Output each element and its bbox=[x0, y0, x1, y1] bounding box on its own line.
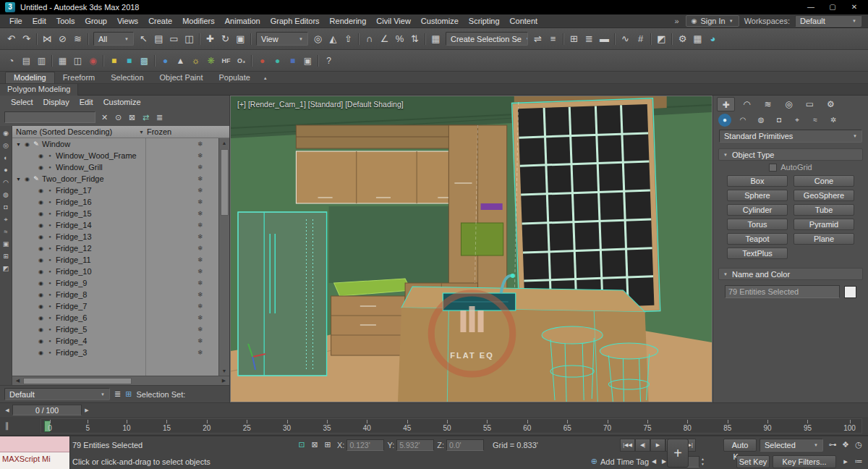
object-name-field[interactable]: 79 Entities Selected bbox=[725, 285, 840, 298]
help-icon[interactable]: ? bbox=[321, 53, 336, 69]
horizontal-scrollbar[interactable]: ◀ ▶ bbox=[12, 376, 229, 385]
helpers-category-icon[interactable]: ⌖ bbox=[791, 114, 804, 127]
redo-icon[interactable]: ↷ bbox=[19, 31, 34, 47]
snaps-toggle-icon[interactable]: ∩ bbox=[362, 31, 377, 47]
scroll-left-icon[interactable]: ◀ bbox=[14, 378, 22, 384]
show-geometry-icon[interactable]: ● bbox=[4, 164, 7, 177]
tree-row[interactable]: ◉ ● Fridge_8 ❄ bbox=[12, 289, 218, 300]
primitive-button[interactable]: GeoSphere bbox=[793, 190, 854, 201]
frozen-snowflake-icon[interactable]: ❄ bbox=[197, 279, 203, 287]
frozen-snowflake-icon[interactable]: ❄ bbox=[197, 245, 203, 252]
select-and-link-icon[interactable]: ⋈ bbox=[40, 31, 55, 47]
tree-row[interactable]: ◉ ● Fridge_11 ❄ bbox=[12, 254, 218, 266]
viewport-label[interactable]: [+] [Render_Cam_1] [Standard] [Default S… bbox=[237, 100, 404, 109]
foliage-icon[interactable]: ❋ bbox=[203, 53, 218, 69]
show-materials-icon[interactable]: ◩ bbox=[3, 263, 9, 275]
tree-row[interactable]: ◉ ● Fridge_7 ❄ bbox=[12, 300, 218, 312]
explorer-menu-item[interactable]: Customize bbox=[98, 98, 146, 106]
frozen-snowflake-icon[interactable]: ❄ bbox=[197, 140, 203, 148]
water-drop-icon[interactable]: ● bbox=[158, 53, 173, 69]
show-spacewarps-icon[interactable]: ≈ bbox=[4, 226, 8, 238]
toggle-layer-explorer-icon[interactable]: ≣ bbox=[582, 31, 597, 47]
frozen-snowflake-icon[interactable]: ❄ bbox=[197, 198, 203, 206]
primitive-button[interactable]: Plane bbox=[793, 233, 854, 245]
scroll-right-icon[interactable]: ▶ bbox=[220, 378, 228, 384]
menu-item[interactable]: Create bbox=[143, 14, 177, 28]
menu-item[interactable]: Tools bbox=[51, 14, 80, 28]
frozen-snowflake-icon[interactable]: ❄ bbox=[197, 164, 203, 171]
window-crossing-toggle-icon[interactable]: ◫ bbox=[182, 31, 197, 47]
object-name[interactable]: Fridge_11 bbox=[54, 255, 91, 264]
frozen-snowflake-icon[interactable]: ❄ bbox=[197, 349, 203, 356]
reference-coordinate-dropdown[interactable]: View ▼ bbox=[256, 32, 308, 46]
scroll-up-icon[interactable]: ▲ bbox=[222, 138, 227, 148]
absolute-offset-toggle-icon[interactable]: ⊞ bbox=[321, 440, 334, 449]
teal-sphere-icon[interactable]: ● bbox=[270, 53, 285, 69]
show-cameras-icon[interactable]: ◘ bbox=[4, 201, 7, 214]
mirror-icon[interactable]: ⇌ bbox=[530, 31, 545, 47]
show-none-icon[interactable]: ◎ bbox=[3, 140, 9, 152]
key-filters-button[interactable]: Key Filters... bbox=[773, 455, 836, 468]
minimize-icon[interactable]: — bbox=[800, 0, 822, 14]
primitive-button[interactable]: Box bbox=[727, 175, 788, 187]
primitive-button[interactable]: Teapot bbox=[727, 233, 788, 245]
tree-row[interactable]: ◉ ● Fridge_5 ❄ bbox=[12, 324, 218, 335]
render-setup-icon[interactable]: ⚙ bbox=[675, 31, 690, 47]
filter-icon[interactable]: ▼ bbox=[139, 130, 144, 135]
object-name[interactable]: Fridge_5 bbox=[54, 325, 87, 334]
schematic-view-icon[interactable]: # bbox=[633, 31, 648, 47]
tree-row[interactable]: ◉ ● Fridge_3 ❄ bbox=[12, 347, 218, 358]
visibility-eye-icon[interactable]: ◉ bbox=[36, 222, 46, 229]
visibility-eye-icon[interactable]: ◉ bbox=[36, 338, 46, 345]
spinner-snap-icon[interactable]: ⇅ bbox=[407, 31, 422, 47]
primitive-button[interactable]: Sphere bbox=[727, 190, 788, 201]
frozen-snowflake-icon[interactable]: ❄ bbox=[197, 337, 203, 345]
lights-category-icon[interactable]: ◍ bbox=[754, 114, 767, 127]
object-name[interactable]: Fridge_14 bbox=[54, 221, 92, 229]
clear-search-icon[interactable]: ✕ bbox=[99, 113, 110, 122]
vertical-scrollbar[interactable]: ▲ ▼ bbox=[218, 138, 229, 376]
selection-filter-dropdown[interactable]: All ▼ bbox=[93, 32, 134, 46]
frozen-snowflake-icon[interactable]: ❄ bbox=[197, 291, 203, 298]
explorer-menu-item[interactable]: Edit bbox=[75, 98, 98, 106]
scene-explorer-icon[interactable]: ▤ bbox=[19, 53, 34, 69]
material-editor-icon[interactable]: ◩ bbox=[654, 31, 669, 47]
ribbon-tab[interactable]: Modeling bbox=[5, 72, 55, 83]
sign-in-button[interactable]: ◉ Sign In ▼ bbox=[686, 15, 739, 27]
ribbon-tab[interactable]: Populate bbox=[210, 72, 258, 83]
tree-row[interactable]: ◉ ● Fridge_6 ❄ bbox=[12, 312, 218, 324]
tree-row[interactable]: ◉ ● Fridge_14 ❄ bbox=[12, 219, 218, 231]
set-keys-button[interactable]: + bbox=[667, 439, 689, 468]
layer-explorer-icon[interactable]: ▥ bbox=[34, 53, 49, 69]
close-icon[interactable]: ✕ bbox=[843, 0, 865, 14]
object-type-rollout-header[interactable]: ▼ Object Type bbox=[718, 148, 863, 161]
viewport-3d-scene[interactable]: FLAT EQ bbox=[231, 96, 712, 402]
visibility-eye-icon[interactable]: ◉ bbox=[36, 234, 46, 240]
tree-row[interactable]: ◉ ● Window_Grill ❄ bbox=[12, 161, 218, 173]
spinner-up-icon[interactable]: ▲ bbox=[701, 457, 705, 462]
ribbon-subtab-polygon-modeling[interactable]: Polygon Modeling bbox=[0, 84, 78, 96]
add-time-tag[interactable]: ⊕ Add Time Tag bbox=[591, 457, 649, 466]
visibility-eye-icon[interactable]: ◉ bbox=[36, 315, 46, 321]
selection-set-dropdown[interactable]: Default ▼ bbox=[4, 388, 110, 400]
use-pivot-point-icon[interactable]: ◎ bbox=[310, 31, 326, 47]
scrollbar-thumb[interactable] bbox=[221, 149, 229, 216]
visibility-eye-icon[interactable]: ◉ bbox=[36, 199, 46, 206]
select-object-icon[interactable]: ↖ bbox=[136, 31, 151, 47]
name-column-header[interactable]: Name (Sorted Descending) bbox=[16, 127, 137, 136]
menu-item[interactable]: Animation bbox=[220, 14, 265, 28]
object-name[interactable]: Fridge_16 bbox=[54, 198, 92, 206]
menu-item[interactable]: Content bbox=[505, 14, 543, 28]
object-name[interactable]: Fridge_12 bbox=[54, 244, 92, 253]
frozen-snowflake-icon[interactable]: ❄ bbox=[197, 256, 203, 263]
teal-material-icon[interactable]: ■ bbox=[122, 53, 137, 69]
selection-lock-icon[interactable]: ⊠ bbox=[308, 440, 321, 449]
object-name[interactable]: Fridge_17 bbox=[54, 186, 92, 195]
visibility-eye-icon[interactable]: ◉ bbox=[36, 280, 46, 287]
video-capture-icon[interactable]: ◉ bbox=[85, 53, 101, 69]
show-helpers-icon[interactable]: ⌖ bbox=[4, 214, 7, 226]
window-grill[interactable] bbox=[512, 98, 660, 316]
show-groups-icon[interactable]: ▣ bbox=[3, 238, 9, 250]
previous-frame-arrow-icon[interactable]: ◀ bbox=[2, 407, 12, 413]
geometry-category-icon[interactable]: ● bbox=[718, 114, 731, 127]
